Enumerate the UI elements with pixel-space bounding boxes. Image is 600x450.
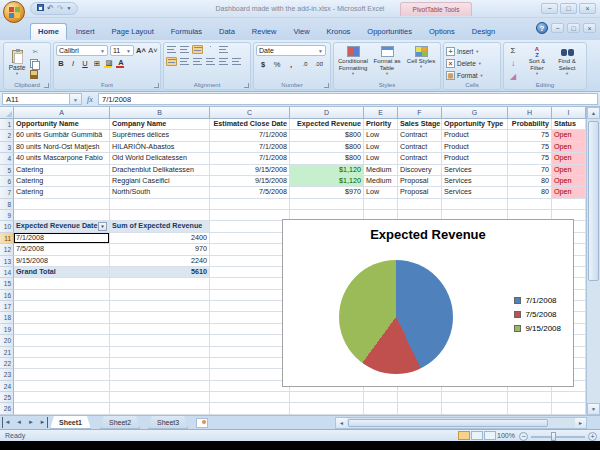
workbook-close-button[interactable]: ×: [583, 23, 596, 33]
cell-B8[interactable]: [110, 199, 210, 210]
cell-C23[interactable]: [210, 369, 290, 380]
cell-D6[interactable]: $1,120: [290, 176, 364, 187]
cell-A13[interactable]: 9/15/2008: [14, 256, 110, 267]
insert-worksheet-icon[interactable]: [196, 418, 208, 428]
cell-I5[interactable]: Open: [552, 165, 586, 176]
insert-cells-button[interactable]: + Insert▼: [446, 45, 498, 57]
cell-E3[interactable]: Low: [364, 142, 398, 153]
cell-E2[interactable]: Low: [364, 130, 398, 141]
pivot-filter-dropdown-icon[interactable]: ▼: [98, 222, 107, 231]
insert-function-icon[interactable]: fx: [82, 95, 98, 104]
cell-C16[interactable]: [210, 290, 290, 301]
autosum-button[interactable]: Σ: [506, 45, 520, 57]
column-header-B[interactable]: B: [110, 107, 210, 119]
paste-button[interactable]: Paste ▼: [6, 45, 28, 81]
cell-G6[interactable]: Services: [442, 176, 508, 187]
row-header-15[interactable]: 15: [0, 278, 14, 289]
sort-filter-button[interactable]: AZ Sort & Filter▼: [522, 45, 552, 83]
row-header-2[interactable]: 2: [0, 130, 14, 141]
align-bottom-icon[interactable]: [192, 45, 203, 54]
cell-A9[interactable]: [14, 210, 110, 221]
shrink-font-button[interactable]: A˅: [148, 45, 158, 56]
cell-A24[interactable]: [14, 381, 110, 392]
underline-button[interactable]: U: [80, 58, 90, 69]
name-box[interactable]: A11: [2, 93, 70, 105]
cell-C17[interactable]: [210, 301, 290, 312]
cell-B19[interactable]: [110, 324, 210, 335]
cell-A23[interactable]: [14, 369, 110, 380]
fill-button[interactable]: ↓: [506, 58, 520, 70]
column-header-I[interactable]: I: [552, 107, 586, 119]
row-header-23[interactable]: 23: [0, 369, 14, 380]
cell-B24[interactable]: [110, 381, 210, 392]
cell-A2[interactable]: 60 units Gumbär Gummibä: [14, 130, 110, 141]
tab-data[interactable]: Data: [211, 23, 243, 40]
name-box-dropdown-icon[interactable]: ▼: [70, 93, 82, 105]
cell-G7[interactable]: Services: [442, 187, 508, 198]
cell-H25[interactable]: [508, 392, 552, 403]
row-header-21[interactable]: 21: [0, 347, 14, 358]
cell-E1[interactable]: Priority: [364, 119, 398, 130]
font-size-combo[interactable]: 11▼: [110, 45, 134, 56]
select-all-corner[interactable]: [0, 107, 14, 119]
cell-H4[interactable]: 75: [508, 153, 552, 164]
qat-customize-icon[interactable]: ▼: [66, 6, 71, 11]
cell-A14[interactable]: Grand Total: [14, 267, 110, 278]
cell-E5[interactable]: Medium: [364, 165, 398, 176]
sheet-tab-sheet3[interactable]: Sheet3: [148, 416, 188, 429]
cell-C11[interactable]: [210, 233, 290, 244]
percent-style-icon[interactable]: %: [272, 59, 282, 70]
row-header-19[interactable]: 19: [0, 324, 14, 335]
row-header-10[interactable]: 10: [0, 221, 14, 232]
find-select-button[interactable]: Find & Select▼: [552, 45, 582, 83]
cell-F8[interactable]: [398, 199, 442, 210]
cell-B23[interactable]: [110, 369, 210, 380]
row-header-22[interactable]: 22: [0, 358, 14, 369]
zoom-slider-thumb[interactable]: [551, 432, 556, 441]
cell-D25[interactable]: [290, 392, 364, 403]
sheet-tab-sheet2[interactable]: Sheet2: [100, 416, 140, 429]
cell-H2[interactable]: 75: [508, 130, 552, 141]
tab-opportunities[interactable]: Opportunities: [359, 23, 420, 40]
row-header-17[interactable]: 17: [0, 301, 14, 312]
cell-A1[interactable]: Opportunity Name: [14, 119, 110, 130]
close-button[interactable]: ×: [579, 3, 596, 14]
normal-view-icon[interactable]: [458, 431, 470, 440]
cell-I6[interactable]: Open: [552, 176, 586, 187]
column-header-F[interactable]: F: [398, 107, 442, 119]
cell-F5[interactable]: Discovery: [398, 165, 442, 176]
row-header-7[interactable]: 7: [0, 187, 14, 198]
cell-D26[interactable]: [290, 403, 364, 414]
cell-B21[interactable]: [110, 347, 210, 358]
tab-design[interactable]: Design: [464, 23, 503, 40]
cell-B17[interactable]: [110, 301, 210, 312]
cell-A5[interactable]: Catering: [14, 165, 110, 176]
save-icon[interactable]: [37, 4, 44, 13]
cell-B25[interactable]: [110, 392, 210, 403]
cell-A10[interactable]: Expected Revenue Date▼: [14, 221, 110, 232]
wrap-text-icon[interactable]: [218, 45, 229, 54]
pivot-chart[interactable]: Expected Revenue 7/1/2008 7/5/2008 9/15/…: [282, 219, 574, 387]
accounting-format-icon[interactable]: $: [258, 59, 268, 70]
cell-H1[interactable]: Probability: [508, 119, 552, 130]
cell-A21[interactable]: [14, 347, 110, 358]
clipboard-dialog-launcher-icon[interactable]: [44, 83, 49, 88]
format-as-table-button[interactable]: Format as Table▼: [370, 45, 404, 83]
workbook-restore-button[interactable]: □: [567, 23, 580, 33]
cell-D4[interactable]: $800: [290, 153, 364, 164]
cell-B20[interactable]: [110, 335, 210, 346]
cell-H6[interactable]: 80: [508, 176, 552, 187]
cell-D5[interactable]: $1,120: [290, 165, 364, 176]
cell-C2[interactable]: 7/1/2008: [210, 130, 290, 141]
cell-F26[interactable]: [398, 403, 442, 414]
cell-B11[interactable]: 2400: [110, 233, 210, 244]
cell-C26[interactable]: [210, 403, 290, 414]
decrease-decimal-icon[interactable]: .00⃗: [314, 59, 324, 70]
cut-icon[interactable]: ✂: [30, 47, 41, 57]
cell-I3[interactable]: Open: [552, 142, 586, 153]
cell-C13[interactable]: [210, 256, 290, 267]
restore-button[interactable]: □: [560, 3, 577, 14]
row-header-18[interactable]: 18: [0, 312, 14, 323]
scroll-left-icon[interactable]: ◄: [336, 418, 347, 428]
cell-B16[interactable]: [110, 290, 210, 301]
